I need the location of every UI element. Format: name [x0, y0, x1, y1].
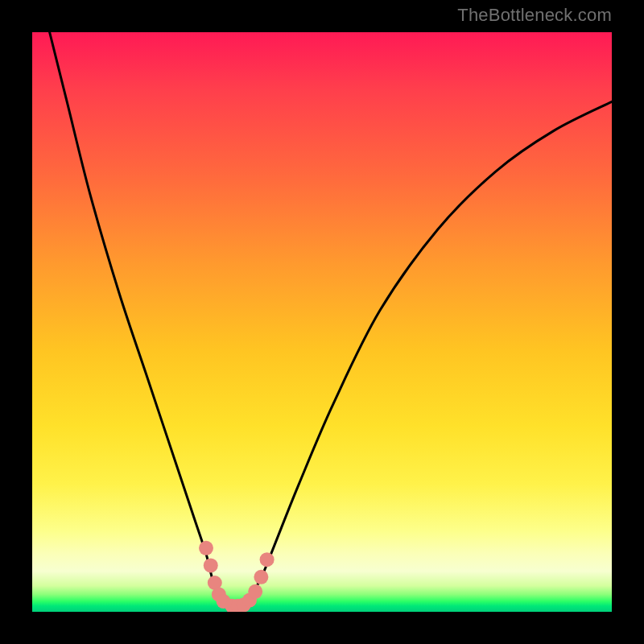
- plot-area: [32, 32, 612, 612]
- chart-frame: TheBottleneck.com: [0, 0, 644, 644]
- gradient-background: [32, 32, 612, 612]
- watermark-text: TheBottleneck.com: [457, 5, 612, 26]
